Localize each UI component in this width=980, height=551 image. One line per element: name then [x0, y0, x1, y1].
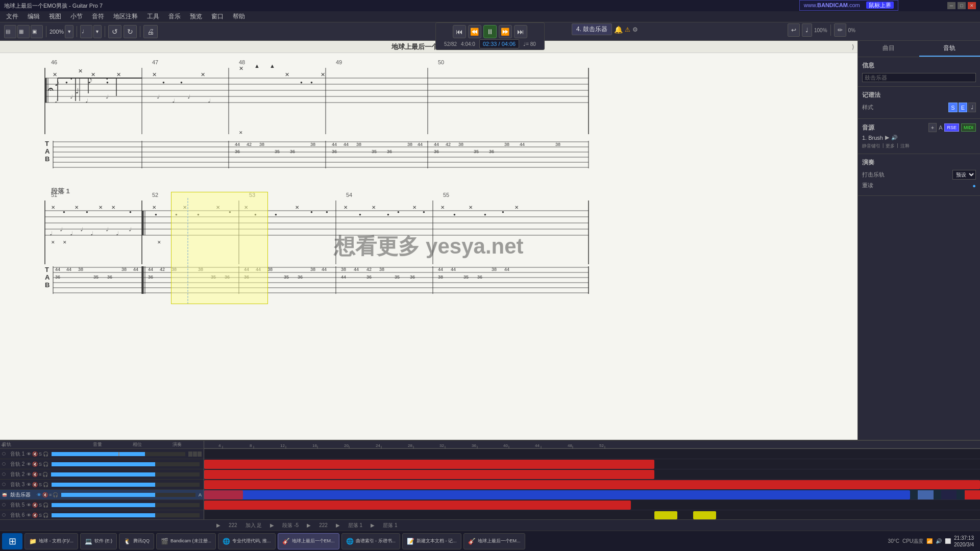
- task-scores[interactable]: 🌐 曲谱索引 - 乐谱书...: [341, 533, 401, 549]
- block-2b-red[interactable]: [204, 470, 654, 479]
- menu-view[interactable]: 视图: [45, 11, 65, 22]
- track-6-mute[interactable]: 🔇: [32, 513, 38, 518]
- transport-end-btn[interactable]: ⏭: [514, 25, 527, 38]
- track-6-volume[interactable]: [52, 513, 200, 517]
- transport-play-btn[interactable]: ⏸: [483, 25, 497, 38]
- start-button[interactable]: ⊞: [2, 533, 22, 549]
- task-qq[interactable]: 🐧 腾讯QQ: [119, 533, 154, 549]
- task-software[interactable]: 💻 软件 (E:): [80, 533, 117, 549]
- add-track-btn[interactable]: +: [1, 441, 5, 449]
- sound-dropdown-arrow[interactable]: ▶: [885, 134, 889, 141]
- track-6-headphone[interactable]: 🎧: [43, 513, 48, 518]
- track-1-eye[interactable]: 👁: [27, 452, 31, 457]
- block-drum-blue[interactable]: [204, 490, 910, 499]
- track-5-mute[interactable]: 🔇: [32, 503, 38, 508]
- style-btn-2[interactable]: ▦: [17, 25, 30, 38]
- drum-solo[interactable]: ≡: [49, 492, 52, 497]
- metronome-icon[interactable]: 🔔: [614, 26, 623, 34]
- perf-preset-dropdown[interactable]: 预设: [952, 170, 976, 180]
- systray-network[interactable]: 📶: [926, 538, 933, 544]
- block-6-yellow-1[interactable]: [654, 511, 678, 519]
- block-drum-red[interactable]: [204, 490, 243, 499]
- add-sound-btn[interactable]: +: [928, 123, 937, 132]
- metronome-btn[interactable]: ♩: [802, 23, 812, 37]
- drum-headphone[interactable]: 🎧: [53, 492, 58, 497]
- track-2a-eye[interactable]: 👁: [27, 462, 31, 467]
- track-2b-solo[interactable]: ≡: [39, 472, 41, 477]
- track-2a-mute[interactable]: 🔇: [32, 462, 38, 467]
- menu-edit[interactable]: 编辑: [23, 11, 44, 22]
- menu-music[interactable]: 音乐: [164, 11, 185, 22]
- menu-measure[interactable]: 小节: [66, 11, 87, 22]
- drum-volume[interactable]: [61, 493, 195, 497]
- track-1-headphone[interactable]: 🎧: [43, 452, 48, 457]
- track-5-volume[interactable]: [52, 503, 200, 507]
- track-3-solo[interactable]: S: [39, 482, 42, 487]
- task-guitar-pro-2[interactable]: 🎸 地球上最后一个EM...: [463, 533, 525, 549]
- bandicam-label[interactable]: 鼠标上界: [866, 2, 894, 9]
- transport-next-btn[interactable]: ⏩: [499, 25, 512, 38]
- block-2a-red[interactable]: [204, 460, 654, 469]
- drum-mute[interactable]: 🔇: [42, 492, 48, 497]
- track-3-mute[interactable]: 🔇: [32, 482, 38, 487]
- track-2b-volume[interactable]: [51, 472, 200, 477]
- duration-dropdown[interactable]: ▼: [93, 25, 102, 38]
- menu-help[interactable]: 帮助: [229, 11, 249, 22]
- maximize-button[interactable]: □: [958, 2, 966, 9]
- sound-ctrl-1[interactable]: 静音键引: [862, 143, 880, 149]
- track-3-eye[interactable]: 👁: [27, 482, 31, 487]
- style-btn-e[interactable]: E: [959, 103, 967, 112]
- track-6-eye[interactable]: 👁: [27, 513, 31, 518]
- score-expand-btn[interactable]: ⟩: [852, 43, 854, 51]
- track-2a-volume[interactable]: [52, 462, 200, 466]
- block-5-red[interactable]: [204, 500, 631, 510]
- systray-sound[interactable]: 🔊: [936, 538, 942, 544]
- minimize-button[interactable]: ─: [947, 2, 955, 9]
- style-btn-1[interactable]: ▤: [4, 25, 16, 38]
- task-browser1[interactable]: 🌐 专业代理代码, 推...: [218, 533, 276, 549]
- menu-file[interactable]: 文件: [2, 11, 22, 22]
- track-2b-eye[interactable]: 👁: [27, 472, 31, 477]
- track-5-headphone[interactable]: 🎧: [43, 503, 48, 508]
- track-6-solo[interactable]: S: [39, 513, 42, 518]
- track-2a-solo[interactable]: S: [39, 462, 42, 467]
- task-file[interactable]: 📁 地球 - 文档 (F)/...: [24, 533, 78, 549]
- zoom-dropdown-btn[interactable]: ▼: [65, 25, 74, 38]
- menu-window[interactable]: 窗口: [207, 11, 228, 22]
- menu-preview[interactable]: 预览: [186, 11, 206, 22]
- task-notepad[interactable]: 📝 新建文本文档 - 记...: [402, 533, 461, 549]
- transport-prev-btn[interactable]: ⏪: [468, 25, 481, 38]
- track-1-mute[interactable]: 🔇: [32, 452, 38, 457]
- track-1-solo[interactable]: S: [39, 452, 42, 457]
- midi-badge[interactable]: MIDI: [961, 123, 976, 132]
- style-btn-note[interactable]: ♩: [968, 103, 976, 112]
- track-2a-headphone[interactable]: 🎧: [43, 462, 48, 467]
- tab-track[interactable]: 曲目: [858, 41, 919, 57]
- menu-note[interactable]: 音符: [88, 11, 108, 22]
- track-1-volume[interactable]: [52, 452, 185, 456]
- close-button[interactable]: ✕: [968, 2, 976, 9]
- sound-ctrl-2[interactable]: 更多: [886, 143, 895, 149]
- window-controls[interactable]: ─ □ ✕: [947, 2, 976, 9]
- menu-annotation[interactable]: 地区注释: [109, 11, 142, 22]
- loop-btn[interactable]: ↩: [788, 23, 800, 37]
- info-input[interactable]: [862, 73, 976, 82]
- undo-button[interactable]: ↺: [108, 25, 121, 38]
- transport-start-btn[interactable]: ⏮: [453, 25, 466, 38]
- rse-badge[interactable]: RSE: [944, 123, 959, 132]
- track-3-volume[interactable]: [52, 483, 200, 487]
- print-button[interactable]: 🖨: [143, 25, 158, 38]
- menu-tools[interactable]: 工具: [143, 11, 163, 22]
- tab-sound[interactable]: 音轨: [919, 41, 981, 57]
- settings-icon[interactable]: ⚙: [632, 26, 638, 33]
- redo-button[interactable]: ↻: [124, 25, 137, 38]
- duration-btn[interactable]: ♩: [80, 25, 92, 38]
- track-2b-mute[interactable]: 🔇: [32, 472, 38, 477]
- drum-eye[interactable]: 👁: [37, 492, 41, 497]
- task-bandicam[interactable]: 🎬 Bandicam (未注册...: [156, 533, 216, 549]
- style-btn-3[interactable]: ▣: [31, 25, 43, 38]
- track-3-headphone[interactable]: 🎧: [43, 482, 48, 487]
- track-2b-headphone[interactable]: 🎧: [42, 472, 48, 477]
- track-5-solo[interactable]: S: [39, 503, 42, 508]
- block-3-red[interactable]: [204, 480, 980, 489]
